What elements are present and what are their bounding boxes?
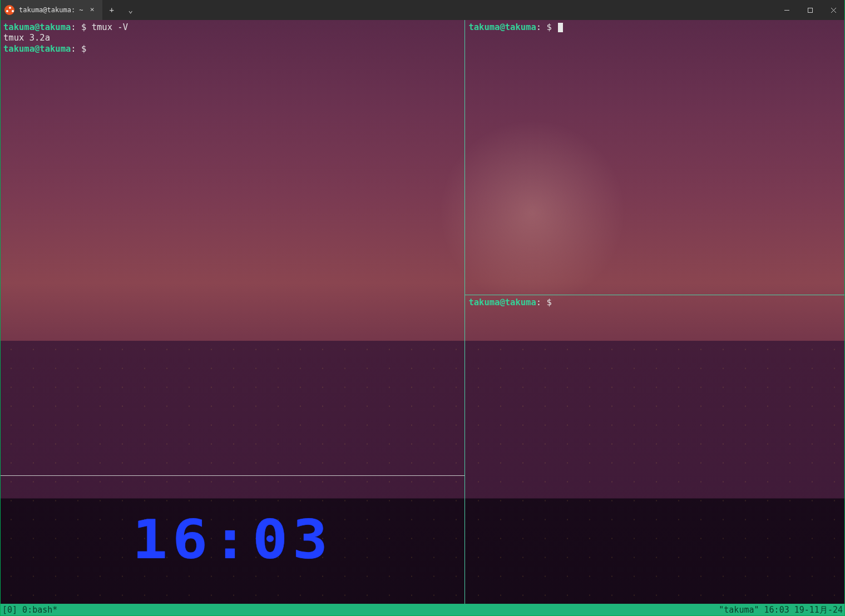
prompt-separator: : $ bbox=[536, 22, 557, 32]
chevron-down-icon: ⌄ bbox=[128, 6, 132, 14]
tab-title: takuma@takuma: ~ bbox=[19, 6, 83, 14]
tmux-pane-clock[interactable]: 16:03 bbox=[0, 476, 464, 604]
new-tab-button[interactable]: + bbox=[102, 0, 121, 20]
terminal-area: takuma@takuma: $ tmux -V tmux 3.2a takum… bbox=[0, 20, 845, 604]
command-text: tmux -V bbox=[92, 22, 128, 32]
minimize-button[interactable] bbox=[775, 0, 798, 20]
tmux-pane-top-left[interactable]: takuma@takuma: $ tmux -V tmux 3.2a takum… bbox=[0, 20, 464, 475]
prompt-user: takuma@takuma bbox=[3, 44, 71, 54]
prompt-user: takuma@takuma bbox=[468, 22, 536, 32]
tab-dropdown-button[interactable]: ⌄ bbox=[121, 0, 140, 20]
terminal-tab[interactable]: takuma@takuma: ~ × bbox=[0, 0, 102, 20]
prompt-user: takuma@takuma bbox=[3, 22, 71, 32]
prompt-separator: : $ bbox=[71, 44, 91, 54]
status-left: [0] 0:bash* bbox=[2, 605, 57, 615]
tmux-pane-bottom-right[interactable]: takuma@takuma: $ bbox=[465, 295, 845, 604]
close-tab-button[interactable]: × bbox=[88, 6, 97, 14]
close-window-button[interactable] bbox=[822, 0, 845, 20]
maximize-button[interactable] bbox=[798, 0, 822, 20]
terminal-cursor bbox=[558, 23, 563, 32]
tmux-clock: 16:03 bbox=[132, 506, 333, 573]
tmux-status-bar: [0] 0:bash* "takuma" 16:03 19-11月-24 bbox=[0, 604, 845, 616]
window-titlebar: takuma@takuma: ~ × + ⌄ bbox=[0, 0, 845, 20]
prompt-user: takuma@takuma bbox=[468, 297, 536, 307]
plus-icon: + bbox=[109, 6, 113, 14]
tmux-pane-top-right[interactable]: takuma@takuma: $ bbox=[465, 20, 845, 295]
ubuntu-icon bbox=[4, 5, 14, 15]
prompt-separator: : $ bbox=[536, 297, 557, 307]
prompt-separator: : $ bbox=[71, 22, 91, 32]
command-output: tmux 3.2a bbox=[3, 33, 50, 43]
status-right: "takuma" 16:03 19-11月-24 bbox=[719, 605, 843, 615]
svg-rect-1 bbox=[808, 8, 812, 12]
